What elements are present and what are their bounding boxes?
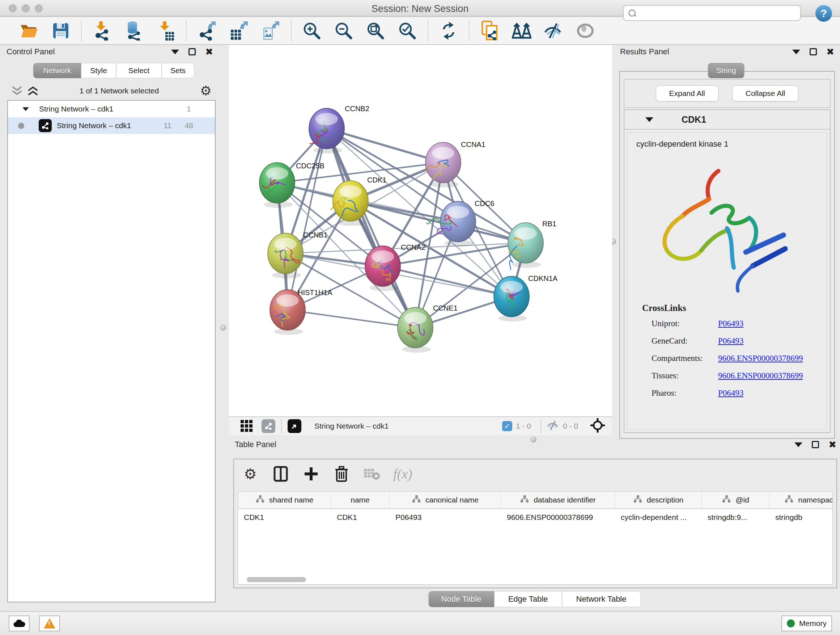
network-node-CCNB2[interactable]: CCNB2 xyxy=(309,105,369,154)
show-all-icon[interactable] xyxy=(576,21,595,41)
collapse-all-networks-icon[interactable] xyxy=(11,86,22,96)
table-cell[interactable]: CDK1 xyxy=(331,513,390,522)
import-network-database-icon[interactable] xyxy=(124,21,144,41)
search-input[interactable] xyxy=(639,9,791,17)
export-network-icon[interactable] xyxy=(197,21,217,41)
network-edge[interactable] xyxy=(383,266,512,296)
node-table[interactable]: shared namenamecanonical namedatabase id… xyxy=(238,491,833,585)
grid-view-icon[interactable] xyxy=(238,417,256,435)
network-share-view-icon[interactable] xyxy=(262,419,275,433)
panel-close-icon[interactable]: ✖ xyxy=(205,47,213,57)
panel-close-icon[interactable]: ✖ xyxy=(829,440,836,449)
tab-string[interactable]: String xyxy=(708,63,745,78)
hidden-eye-icon[interactable] xyxy=(547,420,559,432)
expand-all-networks-icon[interactable] xyxy=(27,86,38,96)
column-header-namespace[interactable]: namespace xyxy=(769,492,833,508)
tab-network[interactable]: Network xyxy=(33,63,81,78)
scrollbar-thumb[interactable] xyxy=(247,577,306,582)
crosslink-compartments-link[interactable]: 9606.ENSP00000378699 xyxy=(718,354,803,363)
panel-menu-icon[interactable] xyxy=(171,50,179,54)
warnings-button[interactable] xyxy=(39,616,60,631)
zoom-out-icon[interactable] xyxy=(334,21,354,41)
export-image-icon[interactable] xyxy=(261,21,280,41)
delete-table-icon[interactable] xyxy=(363,465,381,483)
save-session-icon[interactable] xyxy=(51,21,71,41)
cloud-status-button[interactable] xyxy=(9,616,30,631)
column-header-shared-name[interactable]: shared name xyxy=(238,492,331,508)
collapse-all-button[interactable]: Collapse All xyxy=(732,86,799,101)
crosslink-tissues-link[interactable]: 9606.ENSP00000378699 xyxy=(718,371,803,380)
network-row-selected[interactable]: String Network – cdk1 11 48 xyxy=(8,117,215,134)
panel-float-icon[interactable] xyxy=(188,48,196,55)
crosslink-pharos-link[interactable]: P06493 xyxy=(718,388,744,398)
table-type-tabs: Node Table Edge Table Network Table xyxy=(428,591,641,607)
column-header-name[interactable]: name xyxy=(331,492,390,508)
import-network-file-icon[interactable] xyxy=(92,21,112,41)
clone-network-icon[interactable] xyxy=(480,21,500,41)
network-node-CDKN1A[interactable]: CDKN1A xyxy=(494,274,558,321)
panel-float-icon[interactable] xyxy=(810,48,817,55)
column-header-description[interactable]: description xyxy=(615,492,702,508)
first-neighbors-icon[interactable] xyxy=(512,21,531,41)
hide-selected-icon[interactable] xyxy=(544,21,563,41)
network-edge[interactable] xyxy=(327,128,415,328)
card-collapse-icon[interactable] xyxy=(645,117,653,122)
network-edge[interactable] xyxy=(287,128,327,310)
search-bar[interactable] xyxy=(623,5,801,21)
network-node-HIST1H1A[interactable]: HIST1H1A xyxy=(270,288,332,335)
birds-eye-view-icon[interactable] xyxy=(287,419,302,433)
expand-all-button[interactable]: Expand All xyxy=(656,86,718,101)
crosslink-genecard-link[interactable]: P06493 xyxy=(718,336,744,346)
zoom-in-icon[interactable] xyxy=(302,21,322,41)
tab-select[interactable]: Select xyxy=(116,63,162,78)
network-node-CCNE1[interactable]: CCNE1 xyxy=(398,304,458,353)
network-edges[interactable] xyxy=(277,128,526,328)
column-header--id[interactable]: @id xyxy=(702,492,769,508)
tab-sets[interactable]: Sets xyxy=(162,63,194,78)
memory-button[interactable]: Memory xyxy=(782,616,832,631)
table-options-gear-icon[interactable]: ⚙ xyxy=(241,465,259,483)
table-cell[interactable]: stringdb:9... xyxy=(702,513,769,522)
add-column-icon[interactable] xyxy=(302,465,320,483)
column-header-canonical-name[interactable]: canonical name xyxy=(390,492,501,508)
table-cell[interactable]: stringdb xyxy=(769,513,833,522)
tab-node-table[interactable]: Node Table xyxy=(428,591,494,607)
network-collection-row[interactable]: String Network – cdk1 1 xyxy=(8,101,215,117)
network-canvas[interactable]: CCNB2CCNA1CDC25BCDK1CDC6RB1CCNB1CCNA2CDK… xyxy=(229,45,612,416)
panel-float-icon[interactable] xyxy=(812,441,819,448)
panel-menu-icon[interactable] xyxy=(794,442,802,447)
collection-expand-icon[interactable] xyxy=(22,107,29,111)
panel-close-icon[interactable]: ✖ xyxy=(826,47,834,57)
panel-menu-icon[interactable] xyxy=(792,50,800,54)
zoom-fit-icon[interactable] xyxy=(366,21,385,41)
column-header-database-identifier[interactable]: database identifier xyxy=(501,492,615,508)
export-table-icon[interactable] xyxy=(229,21,248,41)
help-icon[interactable]: ? xyxy=(815,5,832,22)
table-row[interactable]: CDK1CDK1P064939606.ENSP00000378699cyclin… xyxy=(238,509,832,526)
selected-nodes-checkbox-icon[interactable]: ✓ xyxy=(502,421,512,431)
refresh-icon[interactable] xyxy=(439,21,458,41)
table-cell[interactable]: P06493 xyxy=(390,513,501,522)
network-edge[interactable] xyxy=(287,310,415,328)
table-cell[interactable]: 9606.ENSP00000378699 xyxy=(501,513,615,522)
tab-style[interactable]: Style xyxy=(81,63,116,78)
network-options-gear-icon[interactable]: ⚙ xyxy=(200,84,212,97)
zoom-selected-icon[interactable] xyxy=(398,21,417,41)
tab-network-table[interactable]: Network Table xyxy=(562,591,641,607)
import-table-file-icon[interactable] xyxy=(156,21,175,41)
network-node-RB1[interactable]: RB1 xyxy=(508,220,556,270)
delete-column-icon[interactable] xyxy=(332,465,351,483)
crosslink-uniprot-link[interactable]: P06493 xyxy=(718,319,744,328)
protein-card-header[interactable]: CDK1 xyxy=(624,110,830,130)
network-node-CCNA1[interactable]: CCNA1 xyxy=(425,141,485,187)
function-builder-icon[interactable]: f(x) xyxy=(393,466,412,482)
table-cell[interactable]: cyclin-dependent ... xyxy=(615,513,702,522)
table-horizontal-scrollbar[interactable] xyxy=(242,577,828,583)
open-session-icon[interactable] xyxy=(19,21,39,41)
protein-description: cyclin-dependent kinase 1 xyxy=(636,139,827,149)
pan-crosshair-icon[interactable] xyxy=(591,418,605,434)
tab-edge-table[interactable]: Edge Table xyxy=(494,591,562,607)
table-cell[interactable]: CDK1 xyxy=(238,513,331,522)
show-columns-icon[interactable] xyxy=(272,465,290,483)
left-splitter-handle[interactable] xyxy=(220,325,226,331)
